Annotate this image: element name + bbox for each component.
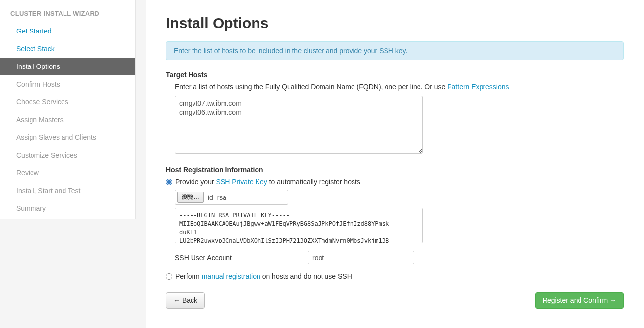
ssh-user-label: SSH User Account: [175, 254, 308, 262]
ssh-key-textarea[interactable]: [175, 208, 423, 243]
host-reg-heading: Host Registration Information: [166, 166, 624, 174]
register-confirm-button[interactable]: Register and Confirm →: [535, 292, 624, 309]
sidebar-item-customize: Customize Services: [0, 146, 135, 164]
main-panel: Install Options Enter the list of hosts …: [146, 0, 644, 328]
target-hosts-heading: Target Hosts: [166, 71, 624, 79]
info-banner: Enter the list of hosts to be included i…: [166, 41, 624, 60]
manual-registration-link[interactable]: manual registration: [202, 272, 260, 280]
file-name: id_rsa: [208, 194, 226, 201]
browse-button[interactable]: 瀏覽…: [177, 192, 204, 203]
sidebar-item-assign-masters: Assign Masters: [0, 111, 135, 129]
ssh-user-input[interactable]: [308, 251, 414, 264]
sidebar-item-select-stack[interactable]: Select Stack: [0, 40, 135, 58]
sidebar-item-get-started[interactable]: Get Started: [0, 22, 135, 40]
manual-reg-radio[interactable]: [166, 273, 172, 280]
sidebar-item-install-test: Install, Start and Test: [0, 182, 135, 199]
sidebar-item-summary: Summary: [0, 199, 135, 217]
file-picker[interactable]: 瀏覽… id_rsa: [175, 190, 288, 205]
manual-reg-option[interactable]: Perform manual registration on hosts and…: [166, 272, 624, 280]
ssh-private-key-link[interactable]: SSH Private Key: [216, 178, 267, 186]
target-hosts-textarea[interactable]: [175, 96, 423, 154]
ssh-key-option[interactable]: Provide your SSH Private Key to automati…: [166, 178, 624, 186]
page-title: Install Options: [166, 15, 624, 32]
sidebar-item-review: Review: [0, 164, 135, 182]
sidebar-item-choose-services: Choose Services: [0, 93, 135, 111]
ssh-key-radio[interactable]: [166, 179, 172, 185]
pattern-expressions-link[interactable]: Pattern Expressions: [447, 83, 509, 91]
wizard-sidebar: CLUSTER INSTALL WIZARD Get Started Selec…: [0, 0, 136, 219]
target-hosts-hint: Enter a list of hosts using the Fully Qu…: [175, 83, 624, 91]
sidebar-item-confirm-hosts: Confirm Hosts: [0, 75, 135, 93]
sidebar-item-assign-slaves: Assign Slaves and Clients: [0, 129, 135, 146]
sidebar-title: CLUSTER INSTALL WIZARD: [0, 10, 135, 22]
sidebar-item-install-options[interactable]: Install Options: [0, 58, 135, 75]
back-button[interactable]: ← Back: [166, 292, 205, 309]
